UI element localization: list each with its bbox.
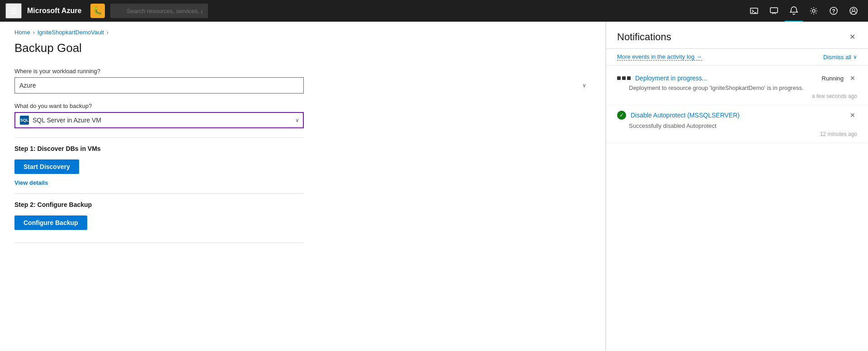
divider-1 [14, 137, 304, 138]
workload-label: Where is your workload running? [14, 68, 591, 75]
notifications-actions: More events in the activity log → Dismis… [606, 49, 868, 66]
notifications-list: Deployment in progress... Running ✕ Depl… [606, 66, 868, 351]
breadcrumb-vault[interactable]: IgniteShopkartDemoVault [38, 29, 104, 36]
feedback-button[interactable] [765, 0, 783, 22]
start-discovery-button[interactable]: Start Discovery [14, 159, 79, 174]
svg-text:?: ? [832, 8, 835, 14]
notif-item-header-1: Deployment in progress... Running ✕ [617, 75, 857, 82]
notif-body-1: Deployment to resource group 'IgniteShop… [629, 84, 857, 91]
divider-3 [14, 243, 304, 243]
settings-button[interactable] [805, 0, 823, 22]
azure-badge: 🐛 [90, 4, 105, 18]
terminal-button[interactable] [745, 0, 763, 22]
svg-point-7 [852, 9, 855, 11]
breadcrumb-home[interactable]: Home [14, 29, 30, 36]
workload-select[interactable]: Azure On-premises [14, 77, 304, 94]
backup-select-wrap: SQL SQL Server in Azure VM ∨ [14, 112, 304, 128]
step1-title: Step 1: Discover DBs in VMs [14, 145, 591, 152]
workload-select-wrap: Azure On-premises ∨ [14, 77, 591, 94]
workload-chevron-icon: ∨ [582, 82, 586, 89]
notif-item-header-2: ✓ Disable Autoprotect (MSSQLSERVER) ✕ [617, 111, 857, 120]
notif-time-1: a few seconds ago [617, 93, 857, 99]
success-status-icon: ✓ [617, 111, 626, 120]
activity-log-link[interactable]: More events in the activity log → [617, 53, 702, 61]
search-input[interactable] [110, 4, 208, 18]
account-button[interactable] [844, 0, 863, 22]
divider-2 [14, 193, 304, 194]
notifications-panel: Notifications ✕ More events in the activ… [606, 22, 868, 351]
running-status-icon [617, 76, 631, 80]
notif-body-2: Successfully disabled Autoprotect [629, 122, 857, 129]
topnav: ☰ Microsoft Azure 🐛 🔍 ? [0, 0, 868, 22]
notifications-close-button[interactable]: ✕ [848, 31, 857, 43]
breadcrumb: Home › IgniteShopkartDemoVault › [14, 29, 591, 36]
notif-time-2: 12 minutes ago [617, 131, 857, 137]
badge-icon: 🐛 [93, 6, 103, 16]
notif-title-1[interactable]: Deployment in progress... [635, 75, 817, 82]
notifications-title: Notifications [617, 31, 671, 43]
dismiss-all-button[interactable]: Dismiss all [823, 54, 851, 61]
notifications-button[interactable] [785, 0, 803, 22]
dismiss-wrap: Dismiss all ∨ [823, 54, 857, 61]
menu-icon[interactable]: ☰ [5, 3, 22, 19]
notifications-header: Notifications ✕ [606, 22, 868, 49]
main-layout: Home › IgniteShopkartDemoVault › Backup … [0, 22, 868, 351]
help-button[interactable]: ? [825, 0, 843, 22]
notification-item: ✓ Disable Autoprotect (MSSQLSERVER) ✕ Su… [606, 105, 868, 143]
dismiss-chevron-icon: ∨ [853, 54, 857, 60]
notif-status-1: Running [822, 75, 844, 82]
backup-label: What do you want to backup? [14, 103, 591, 109]
notif-close-2-button[interactable]: ✕ [848, 112, 857, 119]
notif-close-1-button[interactable]: ✕ [848, 75, 857, 82]
notif-title-2[interactable]: Disable Autoprotect (MSSQLSERVER) [631, 112, 844, 119]
sql-icon: SQL [20, 116, 29, 125]
configure-backup-button[interactable]: Configure Backup [14, 215, 87, 230]
step2-title: Step 2: Configure Backup [14, 201, 591, 208]
view-details-link[interactable]: View details [14, 179, 591, 186]
svg-rect-2 [770, 8, 778, 13]
backup-select-display[interactable]: SQL SQL Server in Azure VM [14, 112, 304, 128]
backup-select-value: SQL Server in Azure VM [33, 117, 101, 124]
breadcrumb-sep-1: › [33, 29, 35, 36]
app-logo: Microsoft Azure [27, 7, 81, 15]
page-title: Backup Goal [14, 41, 591, 55]
notification-item: Deployment in progress... Running ✕ Depl… [606, 69, 868, 105]
left-panel: Home › IgniteShopkartDemoVault › Backup … [0, 22, 606, 351]
topnav-right: ? [745, 0, 863, 22]
search-wrap: 🔍 [110, 4, 382, 18]
svg-point-3 [812, 9, 815, 12]
breadcrumb-sep-2: › [107, 29, 108, 36]
